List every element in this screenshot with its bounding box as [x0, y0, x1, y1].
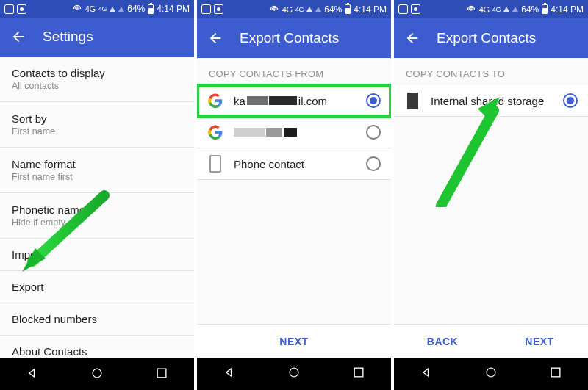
back-arrow-icon[interactable] — [207, 30, 223, 46]
hotspot-icon — [466, 4, 476, 15]
nav-recent-icon[interactable] — [351, 365, 366, 383]
nav-back-icon[interactable] — [25, 366, 40, 383]
battery-icon — [542, 4, 548, 14]
hotspot-icon — [72, 4, 82, 14]
network-sup: 4G — [295, 6, 304, 13]
account-google-1[interactable]: ka il.com — [197, 85, 391, 117]
setting-sort-by[interactable]: Sort by First name — [0, 102, 194, 148]
svg-point-7 — [487, 368, 495, 377]
svg-point-4 — [290, 368, 298, 377]
network-label: 4G — [85, 4, 96, 13]
redacted-text — [247, 96, 268, 105]
setting-phonetic-name[interactable]: Phonetic name Hide if empty — [0, 193, 194, 239]
notif-icon — [4, 4, 14, 14]
android-nav-bar — [197, 358, 391, 390]
setting-about-contacts[interactable]: About Contacts — [0, 336, 194, 359]
status-bar: 4G 4G 64% 4:14 PM — [0, 0, 194, 18]
setting-contacts-to-display[interactable]: Contacts to display All contacts — [0, 57, 194, 102]
network-label: 4G — [282, 5, 293, 14]
svg-point-0 — [76, 8, 78, 10]
dest-internal-storage[interactable]: Internal shared storage — [394, 85, 588, 117]
android-nav-bar — [0, 358, 194, 390]
nav-recent-icon[interactable] — [548, 365, 563, 383]
radio-unselected[interactable] — [366, 125, 381, 140]
action-bar: NEXT — [197, 324, 391, 358]
back-arrow-icon[interactable] — [10, 29, 26, 45]
battery-label: 64% — [127, 4, 145, 14]
page-title: Settings — [43, 29, 93, 45]
status-bar: 4G 4G 64% 4:14 PM — [197, 0, 391, 18]
notif-icon-2 — [214, 4, 223, 14]
section-label: COPY CONTACTS FROM — [197, 58, 391, 85]
account-label — [234, 128, 356, 137]
signal-icon-2 — [315, 7, 321, 12]
signal-icon — [110, 7, 115, 12]
storage-icon — [404, 93, 420, 109]
status-bar: 4G 4G 64% 4:14 PM — [394, 0, 588, 18]
nav-home-icon[interactable] — [287, 365, 301, 383]
phone-device-icon — [207, 156, 223, 172]
svg-point-1 — [93, 369, 101, 378]
account-label: Phone contact — [234, 158, 356, 170]
redacted-text — [284, 128, 297, 137]
setting-export[interactable]: Export — [0, 271, 194, 303]
notif-icon — [398, 4, 408, 14]
app-bar: Export Contacts — [197, 18, 391, 58]
notif-icon-2 — [411, 4, 420, 14]
signal-icon — [503, 7, 509, 12]
network-sup: 4G — [98, 5, 107, 12]
back-arrow-icon[interactable] — [404, 30, 420, 46]
settings-list: Contacts to display All contacts Sort by… — [0, 57, 194, 359]
dest-label: Internal shared storage — [431, 95, 553, 107]
setting-import[interactable]: Import — [0, 239, 194, 271]
account-phone[interactable]: Phone contact — [197, 148, 391, 180]
screen-settings: 4G 4G 64% 4:14 PM Settings Contacts to d… — [0, 0, 194, 390]
account-label: ka il.com — [234, 95, 356, 107]
nav-home-icon[interactable] — [90, 366, 104, 383]
radio-selected[interactable] — [366, 93, 381, 108]
setting-name-format[interactable]: Name format First name first — [0, 148, 194, 193]
battery-label: 64% — [324, 4, 342, 15]
network-label: 4G — [479, 5, 490, 14]
notif-icon-2 — [17, 4, 26, 14]
redacted-text — [234, 128, 265, 137]
screen-export-from: 4G 4G 64% 4:14 PM Export Contacts COPY C… — [197, 0, 391, 390]
svg-point-6 — [470, 8, 472, 10]
battery-label: 64% — [521, 4, 539, 15]
screen-export-to: 4G 4G 64% 4:14 PM Export Contacts COPY C… — [394, 0, 588, 390]
nav-back-icon[interactable] — [419, 365, 434, 383]
next-button[interactable]: NEXT — [197, 325, 391, 358]
next-button[interactable]: NEXT — [491, 325, 588, 358]
page-title: Export Contacts — [240, 30, 339, 46]
setting-blocked-numbers[interactable]: Blocked numbers — [0, 303, 194, 336]
clock: 4:14 PM — [157, 4, 190, 14]
account-google-2[interactable] — [197, 117, 391, 148]
notif-icon — [201, 4, 211, 14]
network-sup: 4G — [492, 6, 501, 13]
hotspot-icon — [269, 4, 279, 15]
page-title: Export Contacts — [437, 30, 536, 46]
action-bar: BACK NEXT — [394, 324, 588, 358]
svg-rect-8 — [551, 368, 560, 377]
copy-to-list: COPY CONTACTS TO Internal shared storage — [394, 58, 588, 324]
battery-icon — [345, 4, 351, 14]
nav-home-icon[interactable] — [484, 365, 498, 383]
redacted-text — [269, 96, 297, 105]
google-icon — [207, 124, 223, 140]
app-bar: Settings — [0, 18, 194, 56]
svg-rect-5 — [354, 368, 363, 377]
signal-icon — [306, 7, 312, 12]
android-nav-bar — [394, 358, 588, 390]
copy-from-list: COPY CONTACTS FROM ka il.com — [197, 58, 391, 324]
back-button[interactable]: BACK — [394, 325, 491, 358]
nav-recent-icon[interactable] — [154, 366, 169, 383]
clock: 4:14 PM — [551, 4, 584, 15]
signal-icon-2 — [118, 7, 124, 12]
redacted-text — [266, 128, 282, 137]
radio-selected[interactable] — [563, 93, 578, 108]
radio-unselected[interactable] — [366, 156, 381, 171]
section-label: COPY CONTACTS TO — [394, 58, 588, 85]
nav-back-icon[interactable] — [222, 365, 237, 383]
app-bar: Export Contacts — [394, 18, 588, 58]
signal-icon-2 — [512, 7, 518, 12]
